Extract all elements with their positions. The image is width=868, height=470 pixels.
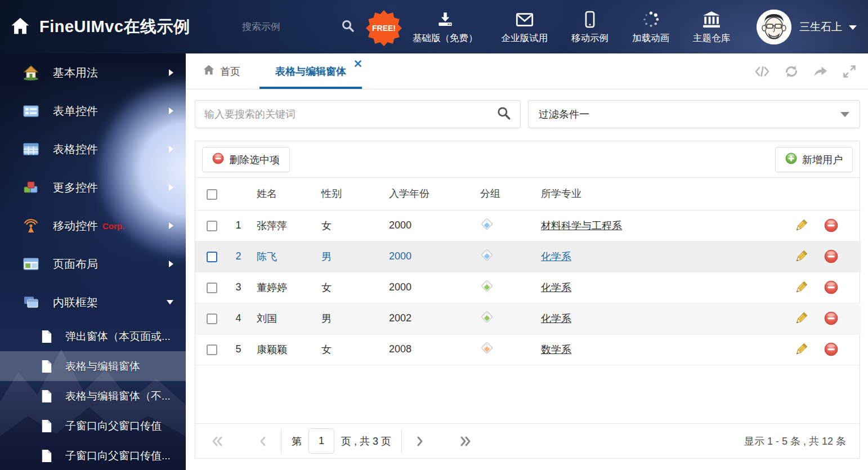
sidebar-subitem-popup-window[interactable]: 弹出窗体（本页面或... [0,321,186,351]
delete-row-icon[interactable] [824,311,838,326]
refresh-icon[interactable] [784,64,799,79]
spinner-icon [642,9,660,28]
close-icon[interactable] [354,59,362,66]
windows-icon [23,294,39,310]
grid-panel: 删除选中项 新增用户 姓名 性别 入学年份 [195,141,860,459]
cell-major-link[interactable]: 材料科学与工程系 [541,220,622,231]
row-number: 3 [226,272,251,303]
free-badge-label: FREE! [372,24,396,33]
edit-pencil-icon[interactable] [794,280,808,295]
page-icon [41,449,53,463]
sidebar-subitem-grid-edit-window-2[interactable]: 表格与编辑窗体（不... [0,381,186,411]
prev-page-icon[interactable] [254,436,271,447]
column-header-group[interactable]: 分组 [473,178,535,210]
nav-enterprise-trial[interactable]: 企业版试用 [490,9,560,44]
delete-row-icon[interactable] [824,342,838,357]
table-row[interactable]: 3 董婷婷 女 2000 化学系 [195,272,861,303]
sidebar-item-form-controls[interactable]: 表单控件 [0,92,186,130]
row-checkbox[interactable] [207,252,217,262]
keyword-search-input[interactable] [204,109,496,120]
cell-name: 陈飞 [251,241,316,272]
nav-basic-edition[interactable]: 基础版（免费） [401,9,490,44]
phone-icon [583,9,597,28]
envelope-icon [516,9,534,28]
sidebar-item-iframe[interactable]: 内联框架 [0,283,186,321]
delete-row-icon[interactable] [824,249,838,264]
next-page-icon[interactable] [412,436,429,447]
row-number: 1 [226,210,251,241]
delete-row-icon[interactable] [824,218,838,233]
table-row[interactable]: 5 康颖颖 女 2008 数学系 [195,334,861,365]
cell-year: 2000 [383,241,473,272]
tab-home[interactable]: 首页 [203,53,240,89]
row-checkbox[interactable] [207,221,217,231]
nav-mobile-demo[interactable]: 移动示例 [560,9,620,44]
chevron-down-icon [849,25,857,30]
sidebar-item-mobile-controls[interactable]: 移动控件 Corp. [0,207,186,245]
delete-row-icon[interactable] [824,280,838,295]
delete-selected-button[interactable]: 删除选中项 [202,147,290,172]
table-row[interactable]: 1 张萍萍 女 2000 材料科学与工程系 [195,210,861,241]
header-search[interactable]: 搜索示例 [242,0,355,53]
sidebar-item-basic-usage[interactable]: 基本用法 [0,53,186,92]
row-number: 4 [226,303,251,334]
row-checkbox[interactable] [207,344,217,355]
row-checkbox[interactable] [207,314,217,324]
add-user-button[interactable]: 新增用户 [775,147,853,172]
sidebar-item-page-layout[interactable]: 页面布局 [0,245,186,283]
first-page-icon[interactable] [209,436,226,447]
last-page-icon[interactable] [457,436,474,447]
edit-pencil-icon[interactable] [794,311,808,326]
column-header-year[interactable]: 入学年份 [383,178,473,210]
filter-dropdown[interactable]: 过滤条件一 [528,100,860,128]
edit-pencil-icon[interactable] [794,249,808,264]
user-menu[interactable]: 三生石上 [799,20,857,34]
sidebar-subitem-child-to-parent-2[interactable]: 子窗口向父窗口传值... [0,441,186,470]
tag-icon [480,346,494,357]
sidebar-item-more-controls[interactable]: 更多控件 [0,168,186,207]
page-number-input[interactable] [308,428,334,454]
cell-gender: 男 [316,303,383,334]
cell-major-link[interactable]: 化学系 [541,313,571,324]
code-icon[interactable] [754,64,770,79]
tab-grid-edit-window[interactable]: 表格与编辑窗体 [259,53,362,89]
share-icon[interactable] [813,64,829,79]
chevron-right-icon [169,108,173,114]
expand-icon[interactable] [842,64,858,79]
edit-pencil-icon[interactable] [794,218,808,233]
nav-loading-animation[interactable]: 加载动画 [620,9,681,44]
column-header-gender[interactable]: 性别 [316,178,383,210]
avatar[interactable] [757,10,791,44]
search-icon[interactable] [341,19,355,35]
tag-icon [480,253,494,264]
sidebar-item-grid-controls[interactable]: 表格控件 [0,130,186,168]
cell-year: 2008 [383,334,473,365]
chevron-right-icon [169,146,173,153]
home-icon[interactable] [10,16,30,38]
cell-group [473,334,535,365]
chevron-down-icon [167,300,173,305]
sidebar-subitem-grid-edit-window[interactable]: 表格与编辑窗体 [0,351,186,381]
cell-name: 康颖颖 [251,334,316,365]
cell-major-link[interactable]: 数学系 [541,344,571,355]
column-header-name[interactable]: 姓名 [251,178,316,210]
app-header: FineUIMvc在线示例 搜索示例 FREE! 基础版（免费） 企 [0,0,868,53]
table-row[interactable]: 4 刘国 男 2002 化学系 [195,303,861,334]
cell-major-link[interactable]: 化学系 [541,282,571,293]
cell-group [473,272,535,303]
cell-name: 刘国 [251,303,316,334]
cell-major-link[interactable]: 化学系 [541,251,571,262]
download-icon [436,9,454,28]
sidebar-subitem-child-to-parent[interactable]: 子窗口向父窗口传值 [0,411,186,441]
nav-theme-store[interactable]: 主题仓库 [681,9,742,44]
keyword-search-box [195,100,521,128]
header-search-placeholder: 搜索示例 [242,20,280,33]
select-all-checkbox[interactable] [207,189,217,200]
edit-pencil-icon[interactable] [794,342,808,357]
search-icon[interactable] [496,106,511,123]
row-checkbox[interactable] [207,283,217,293]
table-row[interactable]: 2 陈飞 男 2000 化学系 [195,241,861,272]
cell-gender: 男 [316,241,383,272]
layout-icon [23,256,39,272]
column-header-major[interactable]: 所学专业 [535,178,783,210]
